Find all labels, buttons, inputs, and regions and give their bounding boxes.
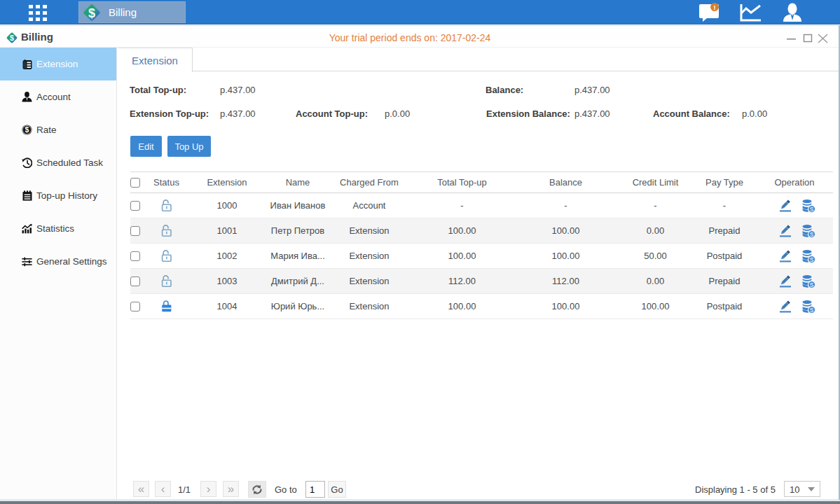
svg-text:S: S (810, 205, 814, 212)
svg-text:$: $ (25, 125, 29, 134)
svg-text:$: $ (88, 6, 95, 20)
svg-text:S: S (810, 230, 814, 237)
svg-text:S: S (810, 281, 814, 288)
svg-text:S: S (810, 306, 814, 313)
svg-text:S: S (810, 255, 814, 262)
svg-text:!: ! (714, 4, 716, 11)
